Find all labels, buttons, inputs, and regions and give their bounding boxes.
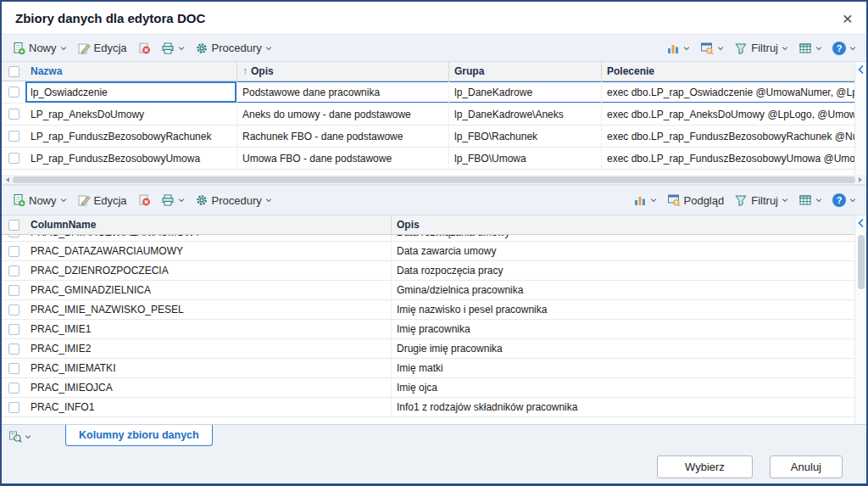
cell-opis[interactable]: Imię ojca	[392, 378, 866, 397]
cell-columnname[interactable]: PRAC_GMINADZIELNICA	[25, 281, 392, 299]
horizontal-scrollbar[interactable]	[2, 175, 866, 185]
filter-button[interactable]: Filtruj	[729, 191, 793, 209]
chart-button[interactable]	[661, 39, 695, 58]
row-checkbox[interactable]	[8, 153, 19, 164]
cell-columnname[interactable]: PRAC_INFO1	[25, 398, 392, 416]
delete-button[interactable]	[132, 39, 156, 58]
cell-opis[interactable]: Imię nazwisko i pesel pracownika	[392, 300, 866, 319]
select-all-checkbox[interactable]	[8, 66, 19, 77]
new-button[interactable]: Nowy	[7, 39, 72, 58]
column-header-grupa[interactable]: Grupa	[449, 62, 602, 81]
table-row[interactable]: PRAC_IMIEMATKI Imię matki	[2, 359, 866, 378]
scroll-left-icon[interactable]	[5, 176, 10, 183]
cell-columnname[interactable]: PRAC_IMIE_NAZWISKO_PESEL	[25, 300, 392, 319]
table-row[interactable]: PRAC_IMIE2 Drugie imię pracownika	[2, 339, 866, 359]
cell-columnname[interactable]: PRAC_IMIE2	[25, 339, 392, 358]
column-header-columnname[interactable]: ColumnName	[25, 215, 392, 234]
row-checkbox[interactable]	[8, 87, 19, 98]
cell-nazwa[interactable]: LP_rap_AneksDoUmowy	[25, 103, 237, 125]
row-checkbox[interactable]	[8, 383, 19, 394]
cell-polecenie[interactable]: exec dbo.LP_rap_FunduszBezosobowyUmowa @…	[602, 148, 868, 169]
tab-dataset-columns[interactable]: Kolumny zbioru danych	[65, 425, 213, 446]
cell-opis[interactable]: Umowa FBO - dane podstawowe	[237, 148, 449, 169]
cell-columnname[interactable]: PRAC_IMIEOJCA	[25, 378, 392, 397]
procedures-button[interactable]: Procedury	[190, 39, 277, 58]
cell-opis[interactable]: Gmina/dzielnica pracownika	[392, 281, 866, 299]
row-checkbox[interactable]	[8, 265, 19, 277]
column-header-opis[interactable]: Opis	[392, 215, 866, 234]
column-header-opis[interactable]: ↑ Opis	[237, 62, 449, 81]
cell-polecenie[interactable]: exec dbo.LP_rap_FunduszBezosobowyRachune…	[602, 126, 868, 147]
cell-opis[interactable]: Drugie imię pracownika	[392, 339, 866, 358]
table-row[interactable]: LP_rap_FunduszBezosobowyRachunek Rachune…	[2, 126, 866, 148]
filter-button[interactable]: Filtruj	[729, 39, 793, 58]
delete-button[interactable]	[132, 191, 156, 209]
cell-grupa[interactable]: lp_DaneKadrowe\Aneks	[449, 103, 602, 125]
collapse-panel-icon[interactable]	[857, 218, 865, 228]
select-button[interactable]: Wybierz	[657, 455, 753, 478]
collapse-panel-icon[interactable]	[857, 64, 865, 75]
row-checkbox[interactable]	[8, 235, 19, 237]
column-header-polecenie[interactable]: Polecenie	[602, 62, 866, 81]
vertical-scrollbar-thumb[interactable]	[858, 235, 865, 289]
table-row[interactable]: PRAC_IMIE1 Imię pracownika	[2, 320, 866, 339]
cell-nazwa-editing[interactable]: lp_Oswiadczenie	[25, 81, 237, 103]
table-row[interactable]: PRAC_DZIENROZPOCZECIA Data rozpoczęcia p…	[2, 261, 866, 281]
preview-button[interactable]	[695, 39, 729, 58]
row-checkbox[interactable]	[8, 402, 19, 413]
cell-columnname[interactable]: PRAC_DZIENROZPOCZECIA	[25, 261, 392, 280]
new-button[interactable]: Nowy	[7, 191, 72, 209]
cell-grupa[interactable]: lp_FBO\Rachunek	[449, 126, 602, 147]
row-checkbox[interactable]	[8, 324, 19, 335]
cell-columnname[interactable]: PRAC_IMIE1	[25, 320, 392, 338]
cell-opis[interactable]: Data zawarcia umowy	[392, 242, 866, 260]
cell-opis[interactable]: Data rozpoczęcia pracy	[392, 261, 866, 280]
row-checkbox[interactable]	[8, 304, 19, 316]
cell-opis[interactable]: Aneks do umowy - dane podstawowe	[237, 103, 449, 125]
grid-settings-button[interactable]	[793, 191, 827, 209]
cell-opis[interactable]: Podstawowe dane pracownika	[237, 81, 449, 103]
table-row[interactable]: LP_rap_AneksDoUmowy Aneks do umowy - dan…	[2, 103, 866, 126]
preview-button[interactable]: Podgląd	[662, 191, 730, 209]
cell-opis[interactable]: Imię pracownika	[392, 320, 866, 338]
table-row[interactable]: LP_rap_FunduszBezosobowyUmowa Umowa FBO …	[2, 148, 866, 170]
close-icon[interactable]: ×	[843, 9, 853, 27]
edit-button[interactable]: Edycja	[72, 39, 132, 58]
help-button[interactable]: ?	[827, 191, 861, 209]
edit-button[interactable]: Edycja	[72, 191, 132, 209]
print-button[interactable]	[156, 191, 190, 209]
cell-opis[interactable]: Data rozwiązania umowy	[392, 235, 866, 242]
cell-polecenie[interactable]: exec dbo.LP_rap_Oswiadczenie @UmowaNumer…	[602, 81, 868, 103]
table-row[interactable]: PRAC_INFO1 Info1 z rodzajów składników p…	[2, 398, 866, 417]
cell-polecenie[interactable]: exec dbo.LP_rap_AneksDoUmowy @LpLogo, @U…	[602, 103, 868, 125]
row-checkbox[interactable]	[8, 285, 19, 296]
cell-columnname[interactable]: PRAC_DATAZAWARCIAUMOWY	[25, 242, 392, 260]
cell-nazwa[interactable]: LP_rap_FunduszBezosobowyRachunek	[25, 126, 237, 147]
chart-button[interactable]	[628, 191, 662, 209]
table-row-clipped[interactable]: PRAC_DATAROZWIAZANIAUMOWY Data rozwiązan…	[2, 235, 866, 242]
row-checkbox[interactable]	[8, 109, 19, 120]
cell-grupa[interactable]: lp_FBO\Umowa	[449, 148, 602, 169]
row-checkbox[interactable]	[8, 246, 19, 257]
select-all-checkbox[interactable]	[8, 220, 19, 231]
help-button[interactable]: ?	[827, 39, 861, 58]
cell-grupa[interactable]: lp_DaneKadrowe	[449, 81, 602, 103]
scrollbar-thumb[interactable]	[13, 176, 855, 183]
table-row[interactable]: lp_Oswiadczenie Podstawowe dane pracowni…	[2, 81, 866, 103]
table-row[interactable]: PRAC_GMINADZIELNICA Gmina/dzielnica prac…	[2, 281, 866, 300]
cell-opis[interactable]: Rachunek FBO - dane podstawowe	[237, 126, 449, 147]
table-row[interactable]: PRAC_IMIE_NAZWISKO_PESEL Imię nazwisko i…	[2, 300, 866, 320]
cell-nazwa[interactable]: LP_rap_FunduszBezosobowyUmowa	[25, 148, 237, 169]
print-button[interactable]	[156, 39, 190, 58]
table-row[interactable]: PRAC_DATAZAWARCIAUMOWY Data zawarcia umo…	[2, 242, 866, 261]
cell-columnname[interactable]: PRAC_IMIEMATKI	[25, 359, 392, 377]
cell-opis[interactable]: Info1 z rodzajów składników pracownika	[392, 398, 866, 416]
grid-settings-button[interactable]	[793, 39, 827, 58]
cancel-button[interactable]: Anuluj	[770, 455, 843, 478]
cell-columnname[interactable]: PRAC_DATAROZWIAZANIAUMOWY	[25, 235, 392, 242]
search-columns-button[interactable]	[8, 430, 31, 444]
procedures-button[interactable]: Procedury	[190, 191, 277, 209]
cell-opis[interactable]: Imię matki	[392, 359, 866, 377]
row-checkbox[interactable]	[8, 363, 19, 374]
table-row[interactable]: PRAC_IMIEOJCA Imię ojca	[2, 378, 866, 398]
